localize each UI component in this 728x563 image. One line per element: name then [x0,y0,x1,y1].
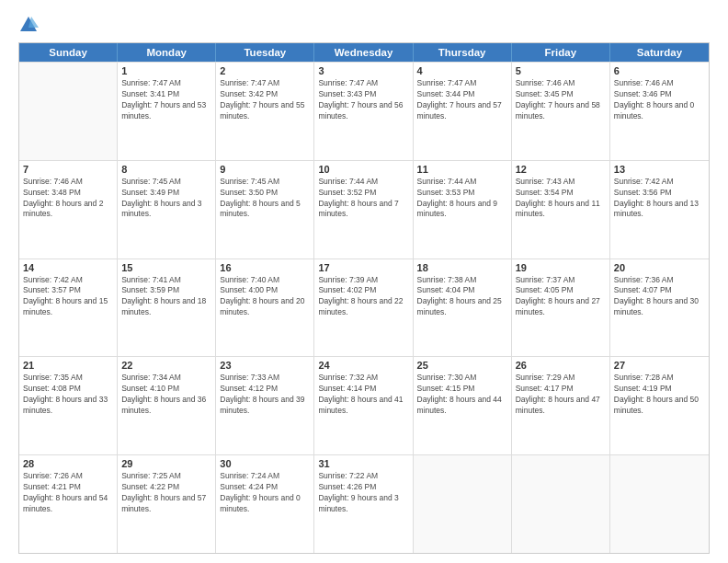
calendar-row: 14Sunrise: 7:42 AM Sunset: 3:57 PM Dayli… [19,259,709,357]
day-number: 2 [220,65,310,76]
day-number: 19 [516,262,606,273]
day-number: 29 [121,458,211,469]
calendar: SundayMondayTuesdayWednesdayThursdayFrid… [18,42,710,554]
cell-sun-info: Sunrise: 7:44 AM Sunset: 3:52 PM Dayligh… [318,177,408,221]
calendar-header-cell: Friday [512,43,610,62]
calendar-header-row: SundayMondayTuesdayWednesdayThursdayFrid… [19,43,709,62]
calendar-cell: 28Sunrise: 7:26 AM Sunset: 4:21 PM Dayli… [19,455,118,553]
cell-sun-info: Sunrise: 7:33 AM Sunset: 4:12 PM Dayligh… [220,373,310,417]
cell-sun-info: Sunrise: 7:47 AM Sunset: 3:44 PM Dayligh… [417,78,507,122]
calendar-header-cell: Monday [118,43,216,62]
calendar-body: 1Sunrise: 7:47 AM Sunset: 3:41 PM Daylig… [19,62,709,553]
calendar-cell [19,63,118,160]
cell-sun-info: Sunrise: 7:44 AM Sunset: 3:53 PM Dayligh… [417,177,507,221]
day-number: 12 [516,164,606,175]
cell-sun-info: Sunrise: 7:47 AM Sunset: 3:43 PM Dayligh… [318,78,408,122]
calendar-header-cell: Saturday [610,43,709,62]
calendar-cell: 29Sunrise: 7:25 AM Sunset: 4:22 PM Dayli… [118,455,216,553]
calendar-cell: 12Sunrise: 7:43 AM Sunset: 3:54 PM Dayli… [512,161,610,259]
day-number: 7 [23,164,113,175]
calendar-cell [512,455,610,553]
calendar-header-cell: Tuesday [216,43,314,62]
day-number: 25 [417,360,507,371]
day-number: 22 [121,360,211,371]
day-number: 15 [121,262,211,273]
day-number: 9 [220,164,310,175]
cell-sun-info: Sunrise: 7:24 AM Sunset: 4:24 PM Dayligh… [220,471,310,515]
day-number: 21 [23,360,113,371]
calendar-cell: 17Sunrise: 7:39 AM Sunset: 4:02 PM Dayli… [314,259,413,357]
calendar-cell [414,455,512,553]
day-number: 4 [417,65,507,76]
cell-sun-info: Sunrise: 7:34 AM Sunset: 4:10 PM Dayligh… [121,373,211,417]
cell-sun-info: Sunrise: 7:32 AM Sunset: 4:14 PM Dayligh… [318,373,408,417]
cell-sun-info: Sunrise: 7:28 AM Sunset: 4:19 PM Dayligh… [614,373,705,417]
calendar-header-cell: Sunday [19,43,118,62]
logo-icon [18,15,39,35]
cell-sun-info: Sunrise: 7:22 AM Sunset: 4:26 PM Dayligh… [318,471,408,515]
cell-sun-info: Sunrise: 7:46 AM Sunset: 3:45 PM Dayligh… [516,78,606,122]
cell-sun-info: Sunrise: 7:36 AM Sunset: 4:07 PM Dayligh… [614,275,705,319]
calendar-cell: 26Sunrise: 7:29 AM Sunset: 4:17 PM Dayli… [512,357,610,454]
cell-sun-info: Sunrise: 7:42 AM Sunset: 3:56 PM Dayligh… [614,177,705,221]
day-number: 8 [121,164,211,175]
calendar-cell: 20Sunrise: 7:36 AM Sunset: 4:07 PM Dayli… [610,259,709,357]
calendar-cell: 3Sunrise: 7:47 AM Sunset: 3:43 PM Daylig… [314,63,413,160]
calendar-cell: 27Sunrise: 7:28 AM Sunset: 4:19 PM Dayli… [610,357,709,454]
day-number: 18 [417,262,507,273]
day-number: 27 [614,360,705,371]
day-number: 11 [417,164,507,175]
day-number: 23 [220,360,310,371]
calendar-row: 1Sunrise: 7:47 AM Sunset: 3:41 PM Daylig… [19,62,709,160]
calendar-cell: 9Sunrise: 7:45 AM Sunset: 3:50 PM Daylig… [216,161,314,259]
day-number: 5 [516,65,606,76]
calendar-cell: 5Sunrise: 7:46 AM Sunset: 3:45 PM Daylig… [512,63,610,160]
calendar-cell: 8Sunrise: 7:45 AM Sunset: 3:49 PM Daylig… [118,161,216,259]
calendar-cell: 1Sunrise: 7:47 AM Sunset: 3:41 PM Daylig… [118,63,216,160]
calendar-cell: 16Sunrise: 7:40 AM Sunset: 4:00 PM Dayli… [216,259,314,357]
cell-sun-info: Sunrise: 7:46 AM Sunset: 3:46 PM Dayligh… [614,78,705,122]
cell-sun-info: Sunrise: 7:35 AM Sunset: 4:08 PM Dayligh… [23,373,113,417]
calendar-cell: 10Sunrise: 7:44 AM Sunset: 3:52 PM Dayli… [314,161,413,259]
day-number: 17 [318,262,408,273]
header [18,15,710,35]
calendar-cell: 22Sunrise: 7:34 AM Sunset: 4:10 PM Dayli… [118,357,216,454]
day-number: 31 [318,458,408,469]
day-number: 13 [614,164,705,175]
calendar-cell: 11Sunrise: 7:44 AM Sunset: 3:53 PM Dayli… [414,161,512,259]
calendar-row: 28Sunrise: 7:26 AM Sunset: 4:21 PM Dayli… [19,454,709,553]
cell-sun-info: Sunrise: 7:45 AM Sunset: 3:49 PM Dayligh… [121,177,211,221]
day-number: 14 [23,262,113,273]
calendar-cell: 24Sunrise: 7:32 AM Sunset: 4:14 PM Dayli… [314,357,413,454]
day-number: 28 [23,458,113,469]
page: SundayMondayTuesdayWednesdayThursdayFrid… [0,0,728,563]
cell-sun-info: Sunrise: 7:40 AM Sunset: 4:00 PM Dayligh… [220,275,310,319]
calendar-cell: 19Sunrise: 7:37 AM Sunset: 4:05 PM Dayli… [512,259,610,357]
calendar-header-cell: Wednesday [314,43,413,62]
day-number: 1 [121,65,211,76]
day-number: 24 [318,360,408,371]
calendar-cell: 15Sunrise: 7:41 AM Sunset: 3:59 PM Dayli… [118,259,216,357]
day-number: 26 [516,360,606,371]
calendar-cell: 2Sunrise: 7:47 AM Sunset: 3:42 PM Daylig… [216,63,314,160]
cell-sun-info: Sunrise: 7:43 AM Sunset: 3:54 PM Dayligh… [516,177,606,221]
calendar-row: 7Sunrise: 7:46 AM Sunset: 3:48 PM Daylig… [19,160,709,259]
calendar-cell [610,455,709,553]
calendar-cell: 31Sunrise: 7:22 AM Sunset: 4:26 PM Dayli… [314,455,413,553]
cell-sun-info: Sunrise: 7:37 AM Sunset: 4:05 PM Dayligh… [516,275,606,319]
cell-sun-info: Sunrise: 7:46 AM Sunset: 3:48 PM Dayligh… [23,177,113,221]
cell-sun-info: Sunrise: 7:45 AM Sunset: 3:50 PM Dayligh… [220,177,310,221]
calendar-cell: 14Sunrise: 7:42 AM Sunset: 3:57 PM Dayli… [19,259,118,357]
cell-sun-info: Sunrise: 7:26 AM Sunset: 4:21 PM Dayligh… [23,471,113,515]
day-number: 3 [318,65,408,76]
cell-sun-info: Sunrise: 7:29 AM Sunset: 4:17 PM Dayligh… [516,373,606,417]
cell-sun-info: Sunrise: 7:25 AM Sunset: 4:22 PM Dayligh… [121,471,211,515]
calendar-cell: 23Sunrise: 7:33 AM Sunset: 4:12 PM Dayli… [216,357,314,454]
calendar-cell: 6Sunrise: 7:46 AM Sunset: 3:46 PM Daylig… [610,63,709,160]
calendar-cell: 21Sunrise: 7:35 AM Sunset: 4:08 PM Dayli… [19,357,118,454]
cell-sun-info: Sunrise: 7:30 AM Sunset: 4:15 PM Dayligh… [417,373,507,417]
calendar-header-cell: Thursday [414,43,512,62]
logo [18,15,42,35]
calendar-cell: 18Sunrise: 7:38 AM Sunset: 4:04 PM Dayli… [414,259,512,357]
calendar-cell: 7Sunrise: 7:46 AM Sunset: 3:48 PM Daylig… [19,161,118,259]
